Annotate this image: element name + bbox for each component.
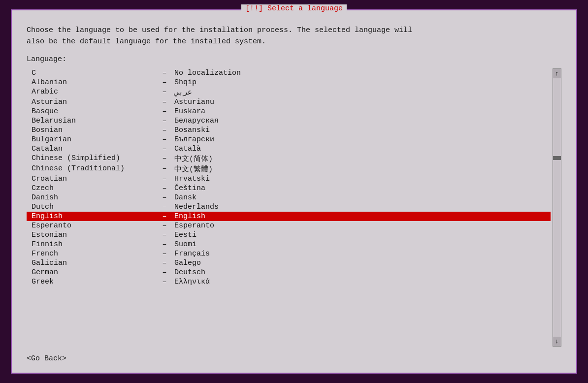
lang-native-name: Euskara xyxy=(174,107,205,116)
lang-english-name: Dutch xyxy=(27,203,155,211)
list-item[interactable]: Dutch–Nederlands xyxy=(27,202,551,212)
lang-dash: – xyxy=(155,240,174,249)
lang-native-name: Deutsch xyxy=(174,268,205,277)
lang-dash: – xyxy=(155,78,174,87)
list-item[interactable]: Croatian–Hrvatski xyxy=(27,174,551,184)
list-item[interactable]: Greek–Ελληνικά xyxy=(27,277,551,287)
lang-dash: – xyxy=(155,193,174,202)
scroll-track xyxy=(553,78,561,337)
lang-native-name: Eesti xyxy=(174,231,196,239)
go-back-button[interactable]: <Go Back> xyxy=(27,354,66,363)
dialog-window: [!!] Select a language Choose the langua… xyxy=(11,9,577,374)
lang-native-name: Nederlands xyxy=(174,203,219,211)
lang-english-name: Galician xyxy=(27,259,155,267)
list-container: C–No localizationAlbanian–ShqipArabic–عر… xyxy=(27,68,561,347)
lang-dash: – xyxy=(155,145,174,153)
scroll-up-arrow[interactable]: ↑ xyxy=(553,69,561,78)
description-line2: also be the default language for the ins… xyxy=(27,36,561,48)
lang-native-name: Беларуская xyxy=(174,117,219,125)
lang-native-name: Suomi xyxy=(174,240,196,249)
lang-english-name: Chinese (Simplified) xyxy=(27,154,155,163)
lang-english-name: Albanian xyxy=(27,78,155,87)
list-item[interactable]: Czech–Čeština xyxy=(27,184,551,193)
lang-dash: – xyxy=(155,117,174,125)
lang-dash: – xyxy=(155,135,174,144)
list-item[interactable]: Bosnian–Bosanski xyxy=(27,126,551,135)
lang-english-name: English xyxy=(27,212,155,221)
language-list[interactable]: C–No localizationAlbanian–ShqipArabic–عر… xyxy=(27,68,551,347)
lang-english-name: German xyxy=(27,268,155,277)
list-item[interactable]: Basque–Euskara xyxy=(27,107,551,116)
lang-native-name: Asturianu xyxy=(174,98,214,106)
lang-native-name: Dansk xyxy=(174,193,196,202)
list-item[interactable]: Albanian–Shqip xyxy=(27,78,551,87)
lang-dash: – xyxy=(155,250,174,258)
list-item[interactable]: C–No localization xyxy=(27,68,551,78)
lang-native-name: No localization xyxy=(174,69,241,77)
lang-english-name: Estonian xyxy=(27,231,155,239)
lang-english-name: Finnish xyxy=(27,240,155,249)
lang-native-name: English xyxy=(174,212,205,221)
lang-english-name: French xyxy=(27,250,155,258)
list-item[interactable]: Asturian–Asturianu xyxy=(27,97,551,107)
lang-english-name: Chinese (Traditional) xyxy=(27,164,155,174)
scrollbar[interactable]: ↑ ↓ xyxy=(553,68,561,347)
lang-native-name: Français xyxy=(174,250,210,258)
lang-dash: – xyxy=(155,212,174,221)
lang-dash: – xyxy=(155,268,174,277)
lang-native-name: Esperanto xyxy=(174,222,214,230)
lang-native-name: Shqip xyxy=(174,78,196,87)
lang-native-name: عربي xyxy=(174,88,192,97)
lang-english-name: Basque xyxy=(27,107,155,116)
list-item[interactable]: Estonian–Eesti xyxy=(27,230,551,240)
lang-dash: – xyxy=(155,175,174,183)
lang-native-name: Bosanski xyxy=(174,126,210,134)
lang-native-name: Български xyxy=(174,135,214,144)
lang-dash: – xyxy=(155,69,174,77)
lang-dash: – xyxy=(155,203,174,211)
lang-dash: – xyxy=(155,259,174,267)
lang-native-name: Čeština xyxy=(174,184,205,192)
list-item[interactable]: French–Français xyxy=(27,249,551,258)
lang-dash: – xyxy=(155,278,174,286)
dialog-content: Choose the language to be used for the i… xyxy=(12,10,576,373)
list-item[interactable]: Danish–Dansk xyxy=(27,193,551,202)
list-item[interactable]: English–English xyxy=(27,212,551,221)
list-item[interactable]: Bulgarian–Български xyxy=(27,135,551,144)
list-item[interactable]: Galician–Galego xyxy=(27,258,551,268)
lang-dash: – xyxy=(155,126,174,134)
lang-dash: – xyxy=(155,154,174,163)
lang-native-name: Ελληνικά xyxy=(174,278,210,286)
dialog-title: [!!] Select a language xyxy=(241,4,347,13)
list-item[interactable]: Finnish–Suomi xyxy=(27,240,551,249)
lang-dash: – xyxy=(155,184,174,192)
description-block: Choose the language to be used for the i… xyxy=(27,25,561,47)
lang-dash: – xyxy=(155,222,174,230)
lang-dash: – xyxy=(155,88,174,97)
list-item[interactable]: Arabic–عربي xyxy=(27,87,551,97)
scroll-thumb[interactable] xyxy=(553,156,561,160)
lang-english-name: Bosnian xyxy=(27,126,155,134)
bottom-bar: <Go Back> xyxy=(27,354,561,363)
lang-english-name: Asturian xyxy=(27,98,155,106)
list-item[interactable]: Chinese (Simplified)–中文(简体) xyxy=(27,154,551,164)
lang-native-name: Galego xyxy=(174,259,201,267)
lang-dash: – xyxy=(155,107,174,116)
list-item[interactable]: German–Deutsch xyxy=(27,268,551,277)
lang-native-name: Català xyxy=(174,145,201,153)
lang-native-name: 中文(繁體) xyxy=(174,164,213,174)
lang-native-name: 中文(简体) xyxy=(174,154,213,163)
list-item[interactable]: Belarusian–Беларуская xyxy=(27,116,551,126)
lang-english-name: Greek xyxy=(27,278,155,286)
description-line1: Choose the language to be used for the i… xyxy=(27,25,561,36)
scroll-down-arrow[interactable]: ↓ xyxy=(553,337,561,346)
lang-english-name: Bulgarian xyxy=(27,135,155,144)
lang-native-name: Hrvatski xyxy=(174,175,210,183)
list-item[interactable]: Esperanto–Esperanto xyxy=(27,221,551,230)
lang-english-name: Belarusian xyxy=(27,117,155,125)
list-item[interactable]: Chinese (Traditional)–中文(繁體) xyxy=(27,164,551,174)
lang-english-name: Catalan xyxy=(27,145,155,153)
title-text: [!!] Select a language xyxy=(245,4,343,13)
list-item[interactable]: Catalan–Català xyxy=(27,144,551,154)
lang-english-name: Esperanto xyxy=(27,222,155,230)
